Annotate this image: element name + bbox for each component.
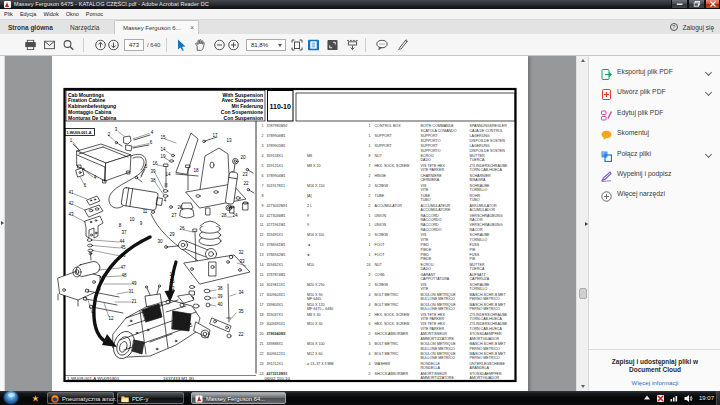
svg-text:4273036M1: 4273036M1 [267,214,286,218]
minimize-button[interactable] [671,0,688,9]
tool-item-combine-files[interactable]: Połącz pliki [589,145,720,163]
taskbar-clock[interactable]: 19:07 [699,395,714,401]
svg-text:ACUMULADOR: ACUMULADOR [470,208,496,212]
antivirus-tray-icon[interactable] [656,394,665,403]
next-page-icon[interactable] [108,39,119,50]
menu-item-plik[interactable]: Plik [4,11,13,17]
print-icon[interactable] [25,39,36,50]
svg-text:45: 45 [120,245,126,250]
sign-in-link[interactable]: Zaloguj się [683,24,714,31]
menu-item-okno[interactable]: Okno [66,11,79,17]
create-pdf-icon [601,86,612,97]
start-button[interactable] [4,391,18,404]
menu-item-widok[interactable]: Widok [43,11,58,17]
page-number-input[interactable]: 473 [124,39,144,51]
svg-text:SHOCK ABSORBER: SHOCK ABSORBER [375,372,409,376]
svg-text:M12 X 60: M12 X 60 [307,352,322,356]
restore-button[interactable] [688,0,705,9]
svg-text:3009612X1: 3009612X1 [267,352,285,356]
svg-text:UNION: UNION [375,223,387,227]
volume-tray-icon[interactable] [684,394,693,403]
svg-text:VITE: VITE [421,287,430,291]
svg-text:BOLT METRIC: BOLT METRIC [375,352,399,356]
tool-item-edit-pdf[interactable]: Edytuj plik PDF [589,104,720,122]
svg-text:2: 2 [369,204,371,208]
svg-text:9: 9 [307,223,309,227]
svg-text:FOOT: FOOT [375,243,386,247]
svg-text:14: 14 [165,172,171,177]
pdf-page: Cab MountingsFixation CabineKabinenbefes… [52,56,528,391]
tray-expand-icon[interactable] [643,394,651,402]
fullscreen-icon[interactable] [327,39,338,50]
nav-pane-expand-icon[interactable] [1,221,4,225]
tab-document[interactable]: Massey Ferguson 6... × [114,20,199,35]
pane-collapse-icon[interactable] [585,222,588,226]
pinned-app-icon[interactable] [32,395,39,402]
svg-text:28: 28 [221,213,227,218]
svg-text:CAJA DE CONTROL: CAJA DE CONTROL [470,129,504,133]
taskbar-button-2[interactable]: PDF-y [117,392,184,404]
tool-item-fill-sign[interactable]: Wypełnij i podpisz [589,165,720,183]
svg-text:13: 13 [260,253,264,257]
svg-text:10: 10 [129,217,135,222]
email-icon[interactable] [44,40,55,49]
scroll-up-icon[interactable] [581,59,585,62]
document-cloud-promo: Zapisuj i udostępniaj pliki w Document C… [599,358,711,373]
svg-text:359462X1: 359462X1 [267,263,283,267]
tab-tools[interactable]: Narzędzia [70,24,99,31]
network-tray-icon[interactable] [670,394,679,402]
sign-pen-icon[interactable] [397,39,409,51]
close-button[interactable] [705,0,720,9]
svg-text:17: 17 [212,133,218,138]
chevron-down-icon[interactable] [706,90,711,95]
svg-text:PERNO METRICO: PERNO METRICO [470,356,501,360]
svg-text:26: 26 [179,226,185,231]
fit-page-icon[interactable] [291,39,303,51]
taskbar-button-1[interactable]: Pneumatyczna amor... [47,392,114,404]
hand-tool-icon[interactable] [194,39,206,51]
svg-text:6: 6 [84,183,87,188]
svg-text:4: 4 [369,293,371,297]
tool-item-export-pdf[interactable]: Eksportuj plik PDF [589,63,720,81]
chevron-down-icon[interactable] [706,70,711,75]
svg-text:14: 14 [169,272,175,277]
more-info-link[interactable]: Więcej informacji [589,379,720,386]
main-area: Cab MountingsFixation CabineKabinenbefes… [0,56,720,391]
title-bar: Massey Ferguson 6475 - KATALOG CZĘŚCI.pd… [0,0,720,9]
menu-item-edycja[interactable]: Edycja [20,11,37,17]
svg-text:DISPOS.DE SOSTEN: DISPOS.DE SOSTEN [470,149,506,153]
svg-text:4: 4 [369,362,371,366]
svg-text:1: 1 [369,124,371,128]
document-pane[interactable]: Cab MountingsFixation CabineKabinenbefes… [5,56,576,391]
presentation-tray-icon[interactable] [346,39,359,50]
show-desktop-button[interactable] [716,391,720,405]
search-icon[interactable] [63,39,74,50]
scroll-down-icon[interactable] [581,385,585,388]
zoom-level-value: 81,8% [251,42,268,48]
svg-text:3009495X1: 3009495X1 [267,322,285,326]
taskbar-button-3[interactable]: Massey Ferguson 64... [191,392,286,404]
svg-text:11: 11 [260,223,264,227]
zoom-level-dropdown[interactable]: 81,8% [246,39,286,51]
svg-text:11: 11 [143,209,148,214]
scrollbar-thumb[interactable] [579,288,587,299]
zoom-in-icon[interactable] [228,39,239,50]
tab-home[interactable]: Strona główna [8,24,53,31]
page-view-mode-icon[interactable] [308,39,319,50]
svg-text:20: 20 [240,155,246,160]
tool-item-comment[interactable]: Skomentuj [589,124,720,142]
svg-text:BULLONE METRICO: BULLONE METRICO [421,307,456,311]
help-icon[interactable]: ? [670,23,678,31]
svg-text:1: 1 [70,138,73,143]
tool-item-create-pdf[interactable]: Utwórz plik PDF [589,83,720,101]
tab-close-icon[interactable]: × [190,25,194,31]
menu-item-pomoc[interactable]: Pomoc [86,11,103,17]
svg-text:4: 4 [164,198,167,203]
previous-page-icon[interactable] [95,39,106,50]
tool-item-more-tools[interactable]: Więcej narzędzi [589,185,720,203]
chevron-down-icon[interactable] [706,152,711,157]
pdf-page-content: Cab MountingsFixation CabineKabinenbefes… [52,56,528,391]
select-tool-icon[interactable] [177,39,187,51]
comment-icon[interactable] [376,39,389,50]
zoom-out-icon[interactable] [214,39,225,50]
